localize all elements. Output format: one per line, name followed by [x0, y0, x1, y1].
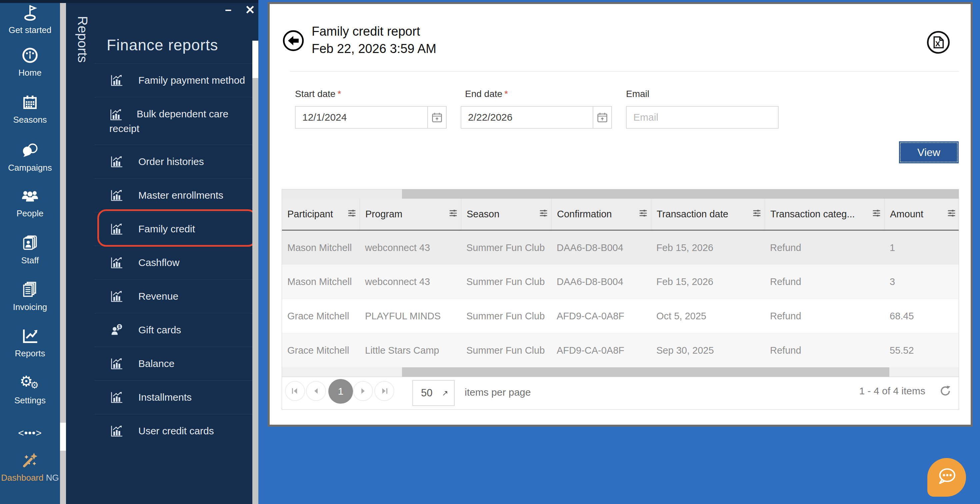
sidebar-item-seasons[interactable]: Seasons — [0, 93, 60, 135]
filter-icon[interactable] — [539, 209, 548, 220]
minimize-button[interactable]: − — [225, 3, 232, 17]
last-page-button[interactable] — [374, 381, 395, 401]
sidebar-item-staff[interactable]: Staff — [0, 233, 60, 276]
view-button[interactable]: View — [899, 142, 959, 163]
back-button[interactable] — [283, 30, 304, 51]
next-page-button[interactable] — [353, 381, 373, 401]
table-row[interactable]: Mason Mitchell webconnect 43 Summer Fun … — [282, 231, 959, 265]
report-item-label: Gift cards — [138, 324, 181, 335]
bar-chart-icon — [110, 357, 123, 370]
report-item-installments[interactable]: Installments — [94, 380, 258, 414]
chat-fab-button[interactable] — [928, 458, 966, 497]
report-item-user-credit-cards[interactable]: User credit cards — [94, 414, 258, 448]
cell-transaction-date: Oct 5, 2025 — [651, 299, 765, 333]
first-page-button[interactable] — [285, 381, 305, 401]
sidebar-item-settings[interactable]: ⚙⚙ Settings — [0, 373, 60, 416]
sidebar-item-get-started[interactable]: Get started — [0, 3, 60, 46]
cell-transaction-date: Feb 15, 2026 — [651, 265, 765, 299]
sidebar: Get started Home — [0, 0, 60, 504]
end-date-field — [461, 106, 612, 129]
column-header-participant[interactable]: Participant — [282, 199, 360, 230]
report-item-label: Revenue — [138, 291, 178, 302]
filter-icon[interactable] — [752, 209, 761, 220]
grid-bottom-scrollbar-thumb[interactable] — [402, 367, 889, 377]
table-row[interactable]: Mason Mitchell webconnect 43 Summer Fun … — [282, 265, 959, 299]
chat-bubbles-icon — [21, 141, 39, 160]
filter-icon[interactable] — [947, 209, 956, 220]
column-header-confirmation[interactable]: Confirmation — [551, 199, 651, 230]
start-date-input[interactable] — [296, 107, 427, 128]
end-date-input[interactable] — [461, 107, 593, 128]
sidebar-item-campaigns[interactable]: Campaigns — [0, 141, 60, 183]
chat-bubble-icon — [935, 465, 959, 490]
cell-confirmation: DAA6-D8-B004 — [551, 265, 651, 299]
report-item-family-credit[interactable]: Family credit — [94, 212, 258, 246]
filter-icon[interactable] — [347, 209, 356, 220]
report-item-bulk-dependent-care-receipt[interactable]: Bulk dependent care receipt — [94, 97, 258, 145]
filter-icon[interactable] — [872, 209, 881, 220]
label-text: Email — [626, 89, 649, 99]
email-field — [626, 106, 779, 129]
close-button[interactable]: ✕ — [245, 3, 255, 17]
table-row[interactable]: Grace Mitchell Little Stars Camp Summer … — [282, 333, 959, 367]
calendar-icon[interactable] — [593, 107, 611, 128]
bar-chart-icon — [110, 223, 123, 236]
page-scrollbar-thumb[interactable] — [60, 423, 66, 451]
column-header-amount[interactable]: Amount — [885, 199, 959, 230]
bar-chart-icon — [110, 74, 123, 87]
panel-scrollbar-thumb[interactable] — [252, 41, 258, 78]
gauge-icon — [21, 46, 39, 65]
grid-top-scrollbar-thumb[interactable] — [402, 189, 959, 199]
window-top-edge — [0, 0, 258, 3]
report-item-order-histories[interactable]: Order histories — [94, 145, 258, 178]
sidebar-item-dashboard-ng[interactable]: Dashboard NG — [0, 451, 60, 491]
sidebar-item-code[interactable]: <•••> — [0, 427, 60, 447]
column-header-transaction-date[interactable]: Transaction date — [651, 199, 765, 230]
cell-amount: 1 — [885, 231, 959, 265]
sidebar-item-home[interactable]: Home — [0, 46, 60, 88]
sidebar-item-people[interactable]: People — [0, 186, 60, 229]
report-item-master-enrollments[interactable]: Master enrollments — [94, 178, 258, 212]
results-grid: Participant Program Season Confirmation … — [282, 189, 959, 410]
cell-confirmation: DAA6-D8-B004 — [551, 231, 651, 265]
grid-bottom-scrollbar[interactable] — [282, 367, 959, 377]
reports-tab[interactable]: Reports — [66, 0, 94, 504]
refresh-icon[interactable] — [939, 385, 951, 397]
documents-icon — [22, 280, 38, 299]
column-header-program[interactable]: Program — [360, 199, 461, 230]
export-excel-button[interactable]: X — [926, 30, 950, 54]
finance-report-list: Family payment method Bulk dependent car… — [94, 64, 258, 448]
grid-top-scrollbar[interactable] — [282, 189, 959, 199]
sidebar-item-label: Seasons — [13, 114, 47, 125]
start-date-label: Start date* — [295, 89, 341, 99]
sidebar-item-reports[interactable]: Reports — [0, 326, 60, 369]
sidebar-item-invoicing[interactable]: Invoicing — [0, 280, 60, 323]
dropdown-arrow-icon — [442, 387, 449, 399]
report-item-cashflow[interactable]: Cashflow — [94, 246, 258, 279]
filter-icon[interactable] — [639, 209, 648, 220]
current-page-button[interactable]: 1 — [328, 379, 353, 404]
panel-scrollbar[interactable] — [252, 41, 258, 504]
column-header-season[interactable]: Season — [461, 199, 551, 230]
page-size-select[interactable]: 50 — [412, 380, 455, 406]
cell-transaction-date: Sep 30, 2025 — [651, 333, 765, 367]
table-row[interactable]: Grace Mitchell PLAYFUL MINDS Summer Fun … — [282, 299, 959, 333]
report-item-balance[interactable]: Balance — [94, 347, 258, 380]
page-scrollbar[interactable] — [60, 0, 66, 504]
report-item-revenue[interactable]: Revenue — [94, 279, 258, 313]
bar-chart-icon — [110, 256, 123, 269]
report-item-gift-cards[interactable]: $ Gift cards — [94, 313, 258, 347]
column-header-transaction-category[interactable]: Transaction categ... — [765, 199, 885, 230]
bar-chart-icon — [110, 425, 123, 438]
filter-icon[interactable] — [449, 209, 458, 220]
report-item-family-payment-method[interactable]: Family payment method — [94, 64, 258, 97]
cell-participant: Grace Mitchell — [282, 333, 360, 367]
cell-confirmation: AFD9-CA-0A8F — [551, 333, 651, 367]
end-date-label: End date* — [465, 89, 508, 99]
previous-page-button[interactable] — [306, 381, 326, 401]
calendar-icon[interactable] — [427, 107, 446, 128]
cell-transaction-category: Refund — [765, 333, 885, 367]
email-input[interactable] — [627, 107, 778, 128]
pager: 1 50 items per page 1 - 4 of 4 items — [282, 377, 959, 409]
report-title: Family credit report — [312, 23, 436, 40]
